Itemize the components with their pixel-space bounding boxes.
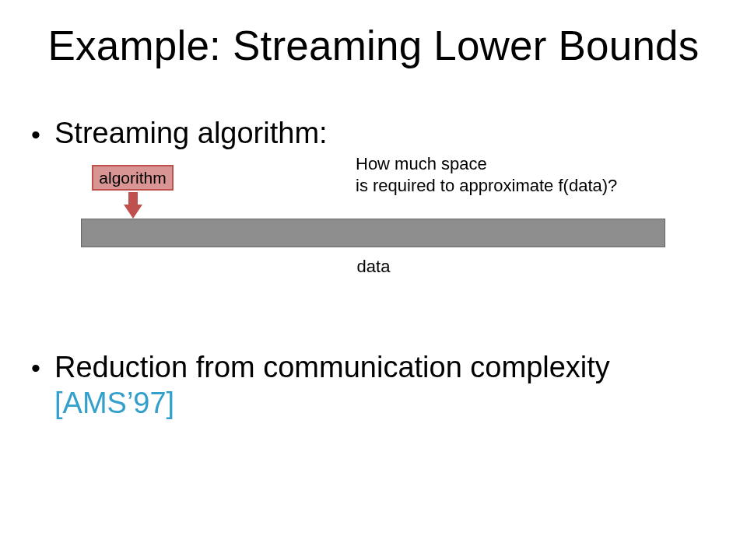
slide: Example: Streaming Lower Bounds Streamin… [0,0,747,560]
down-arrow-icon [124,192,142,219]
algorithm-box: algorithm [92,165,174,191]
citation-ams97: [AMS’97] [54,387,174,419]
data-stream-bar [81,219,665,247]
bullet-reduction: Reduction from communication complexity … [54,350,708,421]
bullet-reduction-text: Reduction from communication complexity [54,351,610,383]
space-question-text: How much space is required to approximat… [356,153,617,196]
slide-title: Example: Streaming Lower Bounds [0,22,747,69]
bullet-streaming-algorithm: Streaming algorithm: [54,117,328,150]
data-label: data [0,257,747,277]
